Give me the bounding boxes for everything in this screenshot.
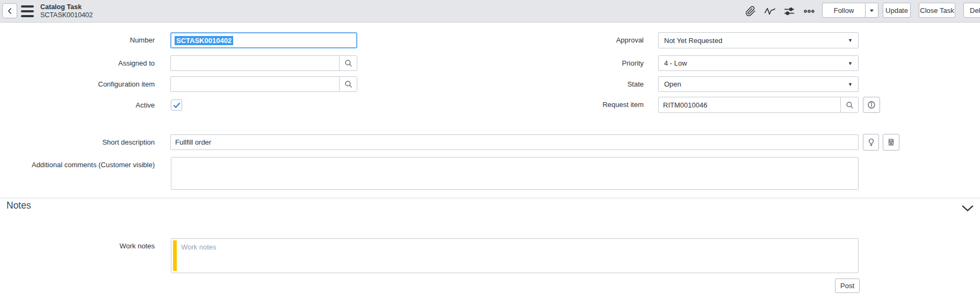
notes-section-title: Notes <box>6 200 31 211</box>
short-description-label: Short description <box>0 134 155 150</box>
priority-label: Priority <box>0 55 644 71</box>
menu-icon[interactable] <box>21 5 34 17</box>
header-bar: Catalog Task SCTASK0010402 Follow <box>0 0 980 23</box>
state-value: Open <box>664 80 848 88</box>
follow-button[interactable]: Follow <box>822 3 866 18</box>
additional-comments-textarea[interactable] <box>171 157 859 190</box>
close-task-button[interactable]: Close Task <box>919 3 955 18</box>
approval-select[interactable]: Not Yet Requested ▼ <box>658 32 859 48</box>
archive-box-icon <box>887 138 896 147</box>
short-description-field <box>170 134 859 150</box>
more-options-button[interactable] <box>803 5 816 18</box>
archive-box-button[interactable] <box>883 134 899 151</box>
record-type-title: Catalog Task <box>40 3 93 11</box>
work-notes-textarea[interactable] <box>171 239 858 273</box>
activity-stream-button[interactable] <box>763 5 776 18</box>
additional-comments-label: Additional comments (Customer visible) <box>0 157 155 173</box>
activity-icon <box>764 5 776 17</box>
search-icon <box>845 101 854 110</box>
catalog-task-page: Catalog Task SCTASK0010402 Follow <box>0 0 980 300</box>
state-label: State <box>0 76 644 92</box>
info-icon <box>867 100 876 110</box>
sliders-icon <box>783 5 795 17</box>
priority-select[interactable]: 4 - Low ▼ <box>658 55 859 71</box>
select-arrow-icon: ▼ <box>848 61 853 66</box>
follow-dropdown-button[interactable] <box>865 3 878 18</box>
chevron-left-icon <box>6 8 13 15</box>
caret-down-icon <box>869 8 874 13</box>
chevron-down-icon <box>962 205 974 212</box>
delete-button[interactable]: Delete <box>963 3 980 18</box>
record-number-subtitle: SCTASK0010402 <box>40 11 93 19</box>
personalize-form-button[interactable] <box>783 5 796 18</box>
request-item-field <box>658 97 859 113</box>
back-button[interactable] <box>2 3 17 18</box>
request-item-label: Request item <box>0 97 644 113</box>
approval-value: Not Yet Requested <box>664 37 848 45</box>
more-options-icon <box>803 5 815 17</box>
state-select[interactable]: Open ▼ <box>658 76 859 92</box>
paperclip-icon <box>745 6 756 17</box>
approval-label: Approval <box>0 32 644 48</box>
request-item-lookup-button[interactable] <box>840 97 858 112</box>
work-notes-field <box>171 238 859 273</box>
lightbulb-icon <box>867 138 876 147</box>
knowledge-suggestion-button[interactable] <box>863 134 879 151</box>
record-header: Catalog Task SCTASK0010402 <box>40 3 93 19</box>
update-button[interactable]: Update <box>883 3 911 18</box>
request-item-preview-button[interactable] <box>863 97 880 113</box>
short-description-input[interactable] <box>171 135 858 149</box>
post-button[interactable]: Post <box>835 278 860 293</box>
priority-value: 4 - Low <box>664 59 848 67</box>
select-arrow-icon: ▼ <box>848 82 853 87</box>
notes-collapse-button[interactable] <box>960 202 976 216</box>
work-notes-label: Work notes <box>0 238 155 254</box>
notes-section-divider <box>0 198 980 198</box>
request-item-input[interactable] <box>659 97 840 112</box>
select-arrow-icon: ▼ <box>848 38 853 43</box>
attachment-button[interactable] <box>744 5 757 18</box>
